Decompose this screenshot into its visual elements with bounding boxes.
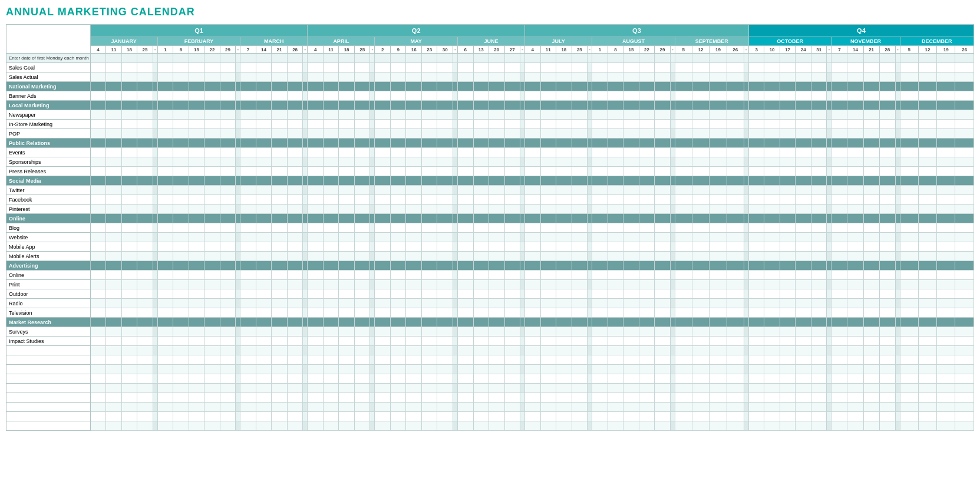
data-cell[interactable]	[437, 205, 453, 214]
data-cell[interactable]	[623, 129, 639, 139]
data-cell[interactable]	[504, 223, 520, 233]
data-cell[interactable]	[796, 148, 811, 157]
data-cell[interactable]	[937, 205, 955, 214]
data-cell[interactable]	[811, 120, 827, 129]
data-cell[interactable]	[390, 252, 406, 261]
data-cell[interactable]	[339, 120, 355, 129]
data-cell[interactable]	[900, 233, 918, 242]
data-cell[interactable]	[354, 233, 370, 242]
data-cell[interactable]	[489, 384, 505, 393]
enter-date-cell[interactable]	[90, 54, 106, 63]
data-cell[interactable]	[287, 337, 303, 346]
data-cell[interactable]	[592, 233, 608, 242]
data-cell[interactable]	[287, 261, 303, 271]
data-cell[interactable]	[525, 327, 541, 337]
data-cell[interactable]	[675, 299, 692, 308]
data-cell[interactable]	[272, 355, 288, 365]
data-cell[interactable]	[189, 384, 204, 393]
data-cell[interactable]	[375, 346, 391, 355]
data-cell[interactable]	[106, 355, 122, 365]
data-cell[interactable]	[287, 205, 303, 214]
data-cell[interactable]	[675, 214, 692, 223]
data-cell[interactable]	[375, 261, 391, 271]
data-cell[interactable]	[323, 318, 339, 327]
data-cell[interactable]	[457, 289, 473, 299]
data-cell[interactable]	[287, 271, 303, 280]
data-cell[interactable]	[90, 252, 106, 261]
data-cell[interactable]	[572, 271, 588, 280]
data-cell[interactable]	[692, 337, 709, 346]
data-cell[interactable]	[106, 157, 122, 167]
enter-date-cell[interactable]	[675, 54, 692, 63]
data-cell[interactable]	[900, 280, 918, 289]
data-cell[interactable]	[173, 214, 189, 223]
data-cell[interactable]	[421, 384, 437, 393]
data-cell[interactable]	[525, 223, 541, 233]
data-cell[interactable]	[900, 421, 918, 431]
data-cell[interactable]	[780, 308, 796, 318]
data-cell[interactable]	[655, 271, 671, 280]
data-cell[interactable]	[900, 393, 918, 403]
data-cell[interactable]	[572, 403, 588, 412]
data-cell[interactable]	[727, 374, 744, 384]
data-cell[interactable]	[256, 299, 272, 308]
data-cell[interactable]	[323, 129, 339, 139]
data-cell[interactable]	[375, 148, 391, 157]
data-cell[interactable]	[240, 120, 256, 129]
data-cell[interactable]	[847, 393, 863, 403]
data-cell[interactable]	[572, 233, 588, 242]
data-cell[interactable]	[727, 91, 744, 101]
data-cell[interactable]	[272, 318, 288, 327]
data-cell[interactable]	[692, 355, 709, 365]
data-cell[interactable]	[639, 355, 655, 365]
data-cell[interactable]	[240, 205, 256, 214]
data-cell[interactable]	[796, 327, 811, 337]
data-cell[interactable]	[655, 252, 671, 261]
data-cell[interactable]	[727, 299, 744, 308]
data-cell[interactable]	[710, 346, 727, 355]
data-cell[interactable]	[655, 374, 671, 384]
data-cell[interactable]	[287, 223, 303, 233]
data-cell[interactable]	[639, 318, 655, 327]
data-cell[interactable]	[900, 403, 918, 412]
data-cell[interactable]	[121, 252, 137, 261]
data-cell[interactable]	[106, 242, 122, 252]
data-cell[interactable]	[354, 129, 370, 139]
data-cell[interactable]	[137, 327, 153, 337]
data-cell[interactable]	[955, 205, 974, 214]
data-cell[interactable]	[540, 176, 556, 186]
data-cell[interactable]	[121, 82, 137, 91]
data-cell[interactable]	[473, 365, 489, 374]
data-cell[interactable]	[204, 289, 220, 299]
data-cell[interactable]	[173, 374, 189, 384]
data-cell[interactable]	[863, 91, 879, 101]
data-cell[interactable]	[764, 374, 780, 384]
data-cell[interactable]	[137, 101, 153, 110]
data-cell[interactable]	[457, 252, 473, 261]
data-cell[interactable]	[375, 242, 391, 252]
data-cell[interactable]	[121, 384, 137, 393]
data-cell[interactable]	[918, 403, 936, 412]
data-cell[interactable]	[272, 82, 288, 91]
data-cell[interactable]	[937, 252, 955, 261]
data-cell[interactable]	[106, 223, 122, 233]
data-cell[interactable]	[287, 318, 303, 327]
data-cell[interactable]	[137, 223, 153, 233]
data-cell[interactable]	[780, 157, 796, 167]
data-cell[interactable]	[879, 374, 895, 384]
data-cell[interactable]	[780, 355, 796, 365]
data-cell[interactable]	[764, 337, 780, 346]
data-cell[interactable]	[831, 101, 847, 110]
data-cell[interactable]	[540, 403, 556, 412]
data-cell[interactable]	[764, 157, 780, 167]
data-cell[interactable]	[137, 233, 153, 242]
data-cell[interactable]	[308, 355, 324, 365]
data-cell[interactable]	[556, 403, 572, 412]
data-cell[interactable]	[655, 101, 671, 110]
data-cell[interactable]	[623, 205, 639, 214]
data-cell[interactable]	[796, 157, 811, 167]
data-cell[interactable]	[406, 186, 422, 195]
data-cell[interactable]	[390, 186, 406, 195]
data-cell[interactable]	[220, 346, 236, 355]
data-cell[interactable]	[572, 176, 588, 186]
